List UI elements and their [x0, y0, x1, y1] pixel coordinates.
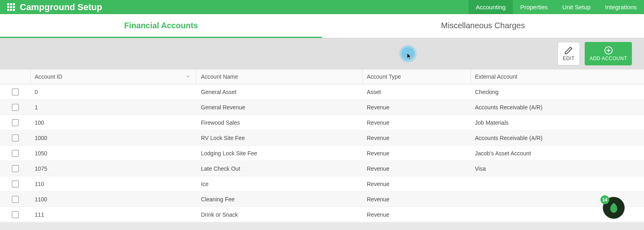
cell-account-name: Firewood Sales — [196, 115, 363, 130]
row-checkbox-cell — [0, 130, 31, 145]
cell-account-name: Cleaning Fee — [196, 192, 363, 207]
cell-account-name: Drink or Snack — [196, 207, 363, 222]
nav-tab-properties[interactable]: Properties — [513, 0, 555, 14]
nav-tab-accounting[interactable]: Accounting — [468, 0, 513, 14]
cell-account-id: 1000 — [31, 130, 196, 145]
add-account-button[interactable]: ADD ACCOUNT — [585, 42, 632, 65]
toolbar: EDIT ADD ACCOUNT — [0, 38, 644, 69]
row-checkbox[interactable] — [12, 165, 19, 172]
cell-account-name: General Revenue — [196, 100, 363, 115]
cell-account-type: Revenue — [363, 161, 471, 176]
row-checkbox-cell — [0, 176, 31, 191]
fab-badge: 14 — [600, 195, 609, 204]
cell-external-account: Job Materials — [471, 115, 644, 130]
cell-account-type: Revenue — [363, 192, 471, 207]
sub-tabs: Financial AccountsMiscellaneous Charges — [0, 14, 644, 38]
cell-account-id: 1050 — [31, 146, 196, 161]
nav-tabs: AccountingPropertiesUnit SetupIntegratio… — [468, 0, 644, 14]
row-checkbox[interactable] — [12, 150, 19, 157]
cell-account-id: 1100 — [31, 192, 196, 207]
table-row[interactable]: 1000RV Lock Site FeeRevenueAccounts Rece… — [0, 130, 644, 146]
pencil-icon — [564, 46, 573, 55]
cell-account-type: Revenue — [363, 146, 471, 161]
table-row[interactable]: 1050Lodging Lock Site FeeRevenueJacob's … — [0, 146, 644, 161]
chevron-down-icon — [185, 73, 191, 80]
leaf-icon — [608, 202, 619, 213]
row-checkbox[interactable] — [12, 104, 19, 111]
table-body: 0General AssetAssetChecking1General Reve… — [0, 84, 644, 222]
cell-account-name: RV Lock Site Fee — [196, 130, 363, 145]
col-header-name[interactable]: Account Name — [196, 69, 363, 84]
cell-account-id: 1 — [31, 100, 196, 115]
row-checkbox[interactable] — [12, 119, 19, 126]
edit-button-label: EDIT — [563, 56, 575, 61]
row-checkbox-cell — [0, 84, 31, 99]
cell-account-type: Revenue — [363, 130, 471, 145]
cell-account-name: Ice — [196, 176, 363, 191]
cell-account-id: 100 — [31, 115, 196, 130]
table-row[interactable]: 110IceRevenue — [0, 176, 644, 192]
table-row[interactable]: 1General RevenueRevenueAccounts Receivab… — [0, 100, 644, 115]
cursor-highlight — [398, 44, 418, 63]
cell-account-id: 111 — [31, 207, 196, 222]
cell-external-account: Accounts Receivable (A/R) — [471, 130, 644, 145]
cell-account-id: 0 — [31, 84, 196, 99]
page-title: Campground Setup — [20, 2, 102, 13]
edit-button[interactable]: EDIT — [558, 42, 580, 65]
col-header-id-label: Account ID — [35, 73, 62, 80]
cell-account-type: Asset — [363, 84, 471, 99]
topbar: Campground Setup AccountingPropertiesUni… — [0, 0, 644, 14]
cell-account-name: Lodging Lock Site Fee — [196, 146, 363, 161]
row-checkbox[interactable] — [12, 134, 19, 142]
row-checkbox-cell — [0, 100, 31, 115]
table-row[interactable]: 1100Cleaning FeeRevenue — [0, 192, 644, 207]
apps-icon[interactable] — [7, 3, 15, 11]
cell-external-account — [471, 176, 644, 191]
col-checkbox — [0, 69, 31, 84]
cell-account-type: Revenue — [363, 100, 471, 115]
cell-account-type: Revenue — [363, 176, 471, 191]
cell-account-type: Revenue — [363, 115, 471, 130]
nav-tab-integrations[interactable]: Integrations — [598, 0, 644, 14]
add-account-button-label: ADD ACCOUNT — [590, 56, 627, 61]
row-checkbox-cell — [0, 207, 31, 222]
table-row[interactable]: 1075Late Check OutRevenueVisa — [0, 161, 644, 176]
col-header-id[interactable]: Account ID — [31, 69, 196, 84]
cell-account-id: 1075 — [31, 161, 196, 176]
accounts-table: Account ID Account Name Account Type Ext… — [0, 69, 644, 222]
row-checkbox-cell — [0, 161, 31, 176]
cell-external-account: Checking — [471, 84, 644, 99]
table-row[interactable]: 100Firewood SalesRevenueJob Materials — [0, 115, 644, 130]
col-header-ext[interactable]: External Account — [471, 69, 644, 84]
help-fab[interactable]: 14 — [603, 197, 625, 219]
cell-account-type: Revenue — [363, 207, 471, 222]
cell-account-name: Late Check Out — [196, 161, 363, 176]
sub-tab-financial-accounts[interactable]: Financial Accounts — [0, 14, 322, 38]
plus-circle-icon — [604, 46, 613, 55]
table-header: Account ID Account Name Account Type Ext… — [0, 69, 644, 84]
row-checkbox[interactable] — [12, 211, 19, 218]
cell-account-name: General Asset — [196, 84, 363, 99]
table-row[interactable]: 0General AssetAssetChecking — [0, 84, 644, 100]
nav-tab-unit-setup[interactable]: Unit Setup — [555, 0, 598, 14]
table-row[interactable]: 111Drink or SnackRevenue — [0, 207, 644, 222]
cell-account-id: 110 — [31, 176, 196, 191]
row-checkbox[interactable] — [12, 88, 19, 96]
col-header-type[interactable]: Account Type — [363, 69, 471, 84]
cell-external-account: Accounts Receivable (A/R) — [471, 100, 644, 115]
row-checkbox-cell — [0, 192, 31, 207]
row-checkbox-cell — [0, 146, 31, 161]
row-checkbox[interactable] — [12, 180, 19, 188]
sub-tab-miscellaneous-charges[interactable]: Miscellaneous Charges — [322, 14, 644, 38]
row-checkbox-cell — [0, 115, 31, 130]
cell-external-account: Visa — [471, 161, 644, 176]
row-checkbox[interactable] — [12, 196, 19, 203]
cell-external-account: Jacob's Asset Account — [471, 146, 644, 161]
